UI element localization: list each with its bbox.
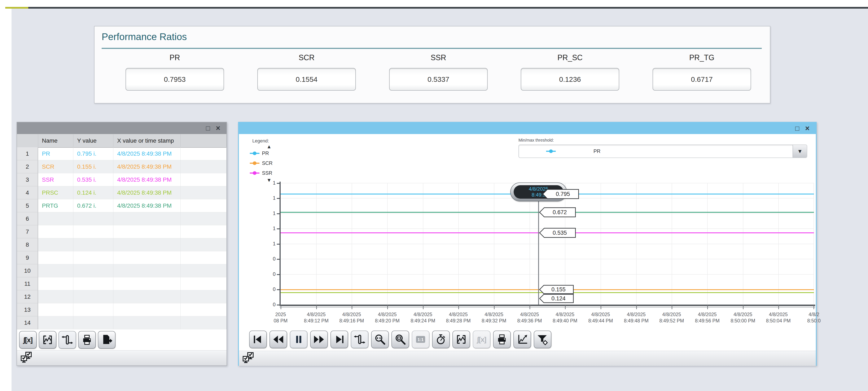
metric-value-field[interactable]: 0.1554 — [257, 68, 356, 91]
y-tick-label: 0 — [267, 271, 276, 277]
cell-extra — [181, 173, 226, 186]
y-tick-label: 1 — [267, 180, 276, 186]
table-row[interactable]: 1 PR 0.795 i. 4/8/2025 8:49:38 PM — [17, 147, 226, 160]
y-tick-label: 1 — [267, 241, 276, 247]
svg-text:0.795: 0.795 — [556, 191, 570, 197]
export-button[interactable] — [98, 331, 116, 348]
metric-value-field[interactable]: 0.6717 — [653, 68, 751, 91]
legend-item-ssr[interactable]: SSR — [250, 170, 272, 176]
cell-name: SCR — [38, 160, 73, 173]
metric-label: PR_SC — [521, 53, 619, 62]
curve-select-icon — [41, 334, 54, 346]
ruler-button[interactable] — [59, 331, 76, 348]
value-flag-prtg: 0.672 — [539, 207, 576, 218]
minmax-threshold-dropdown[interactable]: PR ▼ — [519, 144, 807, 158]
legend-item-scr[interactable]: SCR — [250, 160, 273, 166]
x-tick-label: 4/8/20258:49:20 PM — [375, 311, 400, 324]
svg-text:0.155: 0.155 — [551, 286, 566, 292]
legend-item-pr[interactable]: PR — [250, 150, 269, 156]
table-row[interactable]: 2 SCR 0.155 i. 4/8/2025 8:49:38 PM — [17, 160, 226, 173]
maximize-icon[interactable]: □ — [206, 124, 210, 132]
fast-backward-button[interactable] — [270, 331, 287, 348]
cell-timestamp: 4/8/2025 8:49:38 PM — [113, 173, 181, 186]
curve-select-button[interactable] — [453, 331, 470, 348]
value-flag-scr: 0.155 — [539, 285, 574, 294]
cell-y-value: 0.672 i. — [73, 199, 113, 212]
cell-name: SSR — [38, 173, 73, 186]
jump-end-button[interactable] — [331, 331, 348, 348]
table-row[interactable]: 9 — [17, 251, 226, 264]
curve-select-button[interactable] — [39, 331, 56, 348]
fast-forward-button[interactable] — [310, 331, 328, 348]
printer-icon — [81, 334, 93, 346]
x-tick-label: 4/8/20258:50:00 PM — [731, 311, 755, 324]
table-row[interactable]: 5 PRTG 0.672 i. 4/8/2025 8:49:38 PM — [17, 199, 226, 212]
legend-scroll-up-icon[interactable]: ▲ — [267, 144, 272, 149]
printer-icon — [496, 333, 508, 345]
filter-button[interactable] — [534, 331, 551, 348]
table-row[interactable]: 8 — [17, 238, 226, 251]
curve-select-icon — [455, 333, 467, 345]
zoom-area-icon — [394, 333, 406, 345]
dropdown-arrow-icon[interactable]: ▼ — [793, 145, 807, 158]
value-flag-prsc: 0.124 — [539, 294, 574, 303]
ruler-table-window: □ × Name Y value X value or time stamp 1… — [17, 122, 227, 366]
ruler-icon — [353, 333, 366, 345]
table-row[interactable]: 10 — [17, 264, 226, 277]
metric-value-field[interactable]: 0.5337 — [389, 68, 488, 91]
table-row[interactable]: 3 SSR 0.535 i. 4/8/2025 8:49:38 PM — [17, 173, 226, 186]
cell-name: PRSC — [38, 186, 73, 199]
y-tick-label: 1 — [267, 211, 276, 216]
table-row[interactable]: 14 — [17, 316, 226, 329]
jump-start-button[interactable] — [249, 331, 267, 348]
export-icon — [101, 334, 113, 346]
time-selection-button[interactable] — [432, 331, 450, 348]
table-row[interactable]: 4 PRSC 0.124 i. 4/8/2025 8:49:38 PM — [17, 186, 226, 199]
cell-extra — [181, 199, 226, 212]
maximize-icon[interactable]: □ — [795, 124, 799, 132]
table-row[interactable]: 11 — [17, 277, 226, 290]
zoom-time-icon — [374, 333, 386, 345]
trend-export-button[interactable] — [514, 331, 531, 348]
table-row[interactable]: 6 — [17, 212, 226, 225]
table-header: Name Y value X value or time stamp — [17, 134, 226, 148]
zoom-area-button[interactable] — [392, 331, 409, 348]
metric-label: SCR — [257, 53, 356, 62]
table-row[interactable]: 13 — [17, 303, 226, 316]
x-tick-label: 4/8/20258:49:40 PM — [553, 311, 577, 324]
one-to-one-icon: 1:1 — [414, 333, 427, 345]
pause-icon — [292, 333, 305, 345]
statistics-button[interactable]: ∫[x] — [19, 331, 37, 348]
metric-pr-tg: PR_TG 0.6717 — [653, 53, 751, 91]
table-row[interactable]: 7 — [17, 225, 226, 238]
online-status-icon — [20, 351, 33, 365]
y-tick-label: 1 — [267, 225, 276, 231]
row-number: 7 — [17, 225, 38, 238]
header-x-value: X value or time stamp — [113, 134, 181, 147]
row-number: 9 — [17, 251, 38, 264]
metric-value-field[interactable]: 0.1236 — [521, 68, 619, 91]
row-number: 4 — [17, 186, 38, 199]
one-to-one-button: 1:1 — [412, 331, 429, 348]
table-row[interactable]: 12 — [17, 290, 226, 303]
svg-text:0.672: 0.672 — [553, 209, 567, 216]
cell-name: PR — [38, 147, 73, 160]
row-number: 11 — [17, 277, 38, 290]
row-number: 1 — [17, 147, 38, 160]
print-button[interactable] — [78, 331, 96, 348]
print-button[interactable] — [493, 331, 511, 348]
x-tick-label: 4/8/20258:49:28 PM — [446, 311, 471, 324]
metric-value-field[interactable]: 0.7953 — [126, 68, 224, 91]
metric-label: SSR — [389, 53, 488, 62]
cell-extra — [181, 186, 226, 199]
zoom-time-button[interactable] — [371, 331, 389, 348]
close-icon[interactable]: × — [805, 124, 809, 132]
y-tick-label: 0 — [267, 256, 276, 262]
pause-button[interactable] — [290, 331, 307, 348]
row-number: 6 — [17, 212, 38, 225]
dropdown-selected-value: PR — [593, 148, 600, 154]
series-marker-icon — [250, 171, 259, 175]
x-tick-label: 4/8/20258:49:32 PM — [482, 311, 506, 324]
ruler-button[interactable] — [351, 331, 368, 348]
close-icon[interactable]: × — [216, 124, 220, 132]
